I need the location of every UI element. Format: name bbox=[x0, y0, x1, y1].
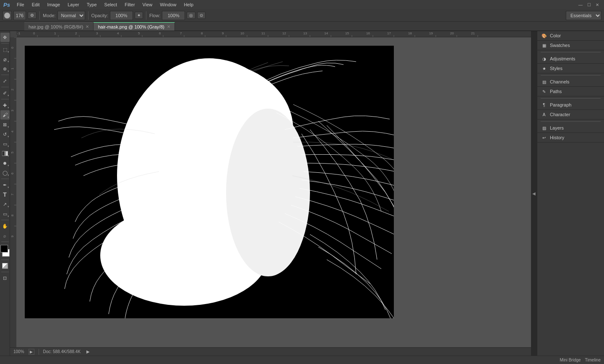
brush-size-display[interactable]: 176 bbox=[13, 11, 26, 20]
menu-edit[interactable]: Edit bbox=[29, 1, 43, 8]
stamp-icon: ⊠ bbox=[3, 122, 7, 127]
tool-marquee-rect[interactable]: ⬚ ▾ bbox=[0, 45, 10, 54]
hair-mask-svg bbox=[25, 46, 394, 318]
tool-path-selection[interactable]: ↗ ▾ bbox=[0, 200, 10, 209]
menu-filter[interactable]: Filter bbox=[121, 1, 138, 8]
tab-hair-mask[interactable]: hair-mask.png @ 100% (Gray/8) ✕ bbox=[94, 22, 175, 31]
lasso-icon: ⌀ bbox=[3, 56, 7, 62]
svg-text:6: 6 bbox=[159, 31, 161, 35]
status-sep-1 bbox=[39, 349, 39, 355]
ruler-corner bbox=[10, 31, 16, 37]
menu-file[interactable]: File bbox=[13, 1, 28, 8]
tool-sep-9 bbox=[1, 272, 9, 272]
window-controls[interactable]: — ☐ ✕ bbox=[577, 1, 601, 8]
minimize-button[interactable]: — bbox=[577, 1, 584, 8]
tool-text[interactable]: T bbox=[0, 190, 10, 199]
menu-select[interactable]: Select bbox=[101, 1, 121, 8]
tool-hand[interactable]: ✋ bbox=[0, 221, 10, 231]
brush-settings-button[interactable]: ⚙ bbox=[28, 12, 36, 19]
menu-view[interactable]: View bbox=[139, 1, 156, 8]
tool-eraser[interactable]: ▭ ▾ bbox=[0, 139, 10, 148]
channels-panel-header[interactable]: ▤ Channels bbox=[537, 77, 604, 86]
tool-shape[interactable]: ▭ ▾ bbox=[0, 209, 10, 218]
tool-sep-3 bbox=[1, 87, 9, 87]
flow-label: Flow: bbox=[149, 13, 160, 18]
styles-panel-header[interactable]: ★ Styles bbox=[537, 64, 604, 73]
tool-brush[interactable]: 🖌 ▾ bbox=[0, 110, 10, 120]
tablet-pressure-button[interactable]: ⊙ bbox=[197, 12, 206, 19]
history-panel-header[interactable]: ↩ History bbox=[537, 133, 604, 142]
timeline-label[interactable]: Timeline bbox=[585, 358, 601, 362]
svg-text:2: 2 bbox=[75, 31, 77, 35]
tool-healing[interactable]: ✚ ▾ bbox=[0, 101, 10, 110]
tool-history-brush[interactable]: ↺ ▾ bbox=[0, 130, 10, 139]
svg-text:14: 14 bbox=[324, 31, 328, 35]
hand-icon: ✋ bbox=[2, 224, 8, 229]
tool-pen[interactable]: ✒ ▾ bbox=[0, 180, 10, 190]
paths-panel-group: ✎ Paths bbox=[537, 87, 604, 96]
workspace-select[interactable]: Essentials bbox=[566, 11, 601, 20]
screen-mode-icon: ⊡ bbox=[3, 276, 7, 281]
tool-arrow: ▾ bbox=[8, 50, 9, 54]
tool-lasso[interactable]: ⌀ ▾ bbox=[0, 55, 10, 64]
tab-close-hair[interactable]: ✕ bbox=[86, 24, 89, 29]
paragraph-panel-header[interactable]: ¶ Paragraph bbox=[537, 100, 604, 109]
tool-dodge[interactable]: ◯ ▾ bbox=[0, 168, 10, 177]
tool-gradient[interactable]: ▾ bbox=[0, 149, 10, 158]
canvas-viewport[interactable] bbox=[16, 37, 531, 347]
tab-hair-jpg[interactable]: hair.jpg @ 100% (RGB/8#) ✕ bbox=[24, 22, 94, 31]
tool-arrow: ▾ bbox=[8, 186, 9, 189]
brush-preview[interactable] bbox=[3, 11, 12, 20]
status-zoom-button[interactable]: ▶ bbox=[29, 349, 34, 355]
svg-text:7: 7 bbox=[10, 193, 14, 195]
flow-input[interactable]: 100% bbox=[162, 11, 185, 20]
paths-panel-header[interactable]: ✎ Paths bbox=[537, 87, 604, 96]
layers-panel-header[interactable]: ▨ Layers bbox=[537, 123, 604, 133]
move-icon: ✥ bbox=[3, 35, 7, 40]
svg-text:9: 9 bbox=[10, 235, 14, 237]
mode-select[interactable]: Normal bbox=[57, 11, 85, 20]
tool-crop[interactable]: ⤢ bbox=[0, 76, 10, 86]
svg-text:20: 20 bbox=[450, 31, 454, 35]
tool-quick-select[interactable]: ⊕ ▾ bbox=[0, 64, 10, 73]
title-bar: Ps FileEditImageLayerTypeSelectFilterVie… bbox=[0, 0, 604, 9]
close-button[interactable]: ✕ bbox=[594, 1, 601, 8]
svg-text:13: 13 bbox=[303, 31, 307, 35]
app-logo: Ps bbox=[3, 2, 10, 8]
status-expand[interactable]: ▶ bbox=[86, 349, 90, 354]
tool-quick-mask[interactable] bbox=[0, 261, 10, 270]
brush-circle bbox=[4, 13, 10, 18]
panel-divider-1 bbox=[541, 52, 601, 52]
tool-blur[interactable]: ● ▾ bbox=[0, 159, 10, 168]
tool-zoom[interactable]: ⌕ bbox=[0, 231, 10, 240]
tab-close-mask[interactable]: ✕ bbox=[167, 24, 170, 29]
panel-divider-2 bbox=[541, 75, 601, 75]
mini-bridge-label[interactable]: Mini Bridge bbox=[560, 358, 581, 362]
maximize-button[interactable]: ☐ bbox=[586, 1, 592, 8]
character-panel-header[interactable]: A Character bbox=[537, 110, 604, 119]
svg-text:2: 2 bbox=[10, 88, 14, 91]
adjustments-panel-header[interactable]: ◑ Adjustments bbox=[537, 54, 604, 63]
tool-stamp[interactable]: ⊠ ▾ bbox=[0, 120, 10, 129]
flow-settings-button[interactable]: ◎ bbox=[187, 12, 195, 19]
tool-eyedropper[interactable]: ✐ ▾ bbox=[0, 88, 10, 98]
tool-arrow: ▾ bbox=[8, 145, 9, 148]
color-panel-header[interactable]: 🎨 Color bbox=[537, 31, 604, 40]
menu-help[interactable]: Help bbox=[180, 1, 197, 8]
swatches-panel-header[interactable]: ▦ Swatches bbox=[537, 41, 604, 50]
menu-layer[interactable]: Layer bbox=[64, 1, 83, 8]
airbrush-button[interactable]: ✦ bbox=[135, 12, 143, 19]
panel-collapse-button[interactable]: ◀ bbox=[531, 31, 537, 356]
tool-move[interactable]: ✥ bbox=[0, 33, 10, 42]
opacity-input[interactable]: 100% bbox=[110, 11, 133, 20]
menu-type[interactable]: Type bbox=[83, 1, 100, 8]
bottom-bar: Mini Bridge Timeline bbox=[0, 356, 604, 364]
svg-text:5: 5 bbox=[10, 151, 14, 153]
marquee-icon: ⬚ bbox=[3, 47, 7, 52]
tool-sep-5 bbox=[1, 179, 9, 179]
tool-screen-mode[interactable]: ⊡ bbox=[0, 273, 10, 283]
menu-image[interactable]: Image bbox=[44, 1, 64, 8]
foreground-color-box[interactable] bbox=[0, 245, 8, 252]
menu-window[interactable]: Window bbox=[156, 1, 180, 8]
svg-text:3: 3 bbox=[96, 31, 98, 35]
